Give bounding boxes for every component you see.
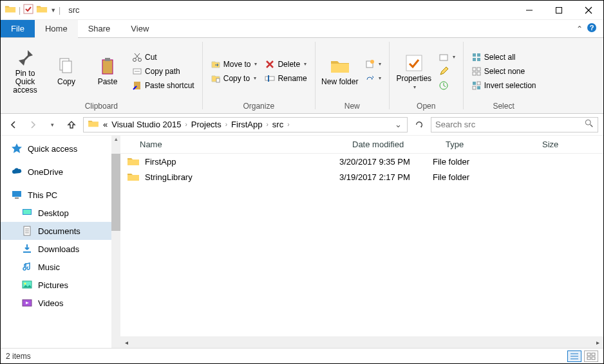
up-button[interactable]: [64, 117, 79, 132]
copy-path-button[interactable]: Copy path: [129, 65, 197, 78]
nav-downloads[interactable]: Downloads: [1, 240, 111, 258]
large-icons-view-button[interactable]: [584, 350, 598, 362]
file-row[interactable]: StringLibrary3/19/2017 2:17 PMFile folde…: [120, 169, 603, 185]
select-all-button[interactable]: Select all: [469, 51, 539, 64]
tab-share[interactable]: Share: [78, 20, 121, 37]
svg-rect-0: [24, 5, 33, 14]
crumb-firstapp[interactable]: FirstApp: [231, 120, 262, 129]
group-clipboard: Pin to Quick access Copy Paste Cut Copy …: [1, 38, 202, 113]
select-none-button[interactable]: Select none: [469, 65, 539, 78]
crumb-overflow[interactable]: «: [103, 120, 108, 129]
folder-icon: [127, 156, 140, 167]
nav-scrollbar[interactable]: ▴: [111, 136, 120, 348]
qat-separator: |: [59, 6, 61, 15]
move-to-button[interactable]: Move to▾: [208, 58, 260, 71]
back-button[interactable]: [6, 117, 21, 132]
rename-button[interactable]: Rename: [262, 72, 309, 85]
new-folder-button[interactable]: New folder: [321, 56, 359, 86]
crumb-visual-studio[interactable]: Visual Studio 2015: [111, 120, 181, 129]
nav-this-pc[interactable]: This PC: [1, 186, 111, 204]
quick-access-toolbar: | ▼ |: [1, 4, 64, 16]
refresh-button[interactable]: [411, 118, 427, 132]
col-size[interactable]: Size: [542, 140, 597, 149]
ribbon-tabs: File Home Share View ⌃ ?: [1, 20, 603, 38]
copy-button[interactable]: Copy: [47, 56, 86, 86]
paste-shortcut-button[interactable]: Paste shortcut: [129, 79, 197, 92]
edit-button[interactable]: [436, 65, 458, 78]
open-button[interactable]: ▾: [436, 51, 458, 64]
svg-rect-12: [216, 78, 220, 82]
folder-icon: [88, 119, 99, 130]
svg-rect-17: [440, 55, 448, 60]
forward-button[interactable]: [25, 117, 41, 132]
svg-point-15: [370, 60, 374, 64]
easy-access-button[interactable]: ▾: [362, 72, 384, 85]
recent-locations-button[interactable]: ▾: [44, 117, 60, 132]
delete-button[interactable]: Delete▾: [262, 58, 309, 71]
scroll-thumb[interactable]: [111, 154, 120, 231]
svg-rect-20: [477, 53, 480, 57]
horizontal-scrollbar[interactable]: ◂▸: [120, 336, 603, 348]
chevron-right-icon[interactable]: ›: [225, 121, 227, 128]
file-rows: FirstApp3/20/2017 9:35 PMFile folderStri…: [120, 154, 603, 336]
details-view-button[interactable]: [567, 350, 581, 362]
svg-rect-16: [406, 55, 422, 71]
svg-rect-13: [265, 77, 274, 80]
svg-rect-35: [23, 210, 31, 214]
new-item-button[interactable]: ▾: [362, 58, 384, 71]
address-breadcrumb[interactable]: « Visual Studio 2015› Projects› FirstApp…: [83, 117, 408, 132]
svg-rect-30: [477, 86, 480, 89]
svg-rect-33: [15, 197, 19, 199]
nav-onedrive[interactable]: OneDrive: [1, 163, 111, 181]
nav-documents[interactable]: Documents: [1, 222, 111, 240]
cut-button[interactable]: Cut: [129, 51, 197, 64]
svg-point-38: [24, 283, 26, 285]
minimize-button[interactable]: [514, 1, 544, 20]
chevron-right-icon[interactable]: ›: [185, 121, 187, 128]
invert-selection-button[interactable]: Invert selection: [469, 79, 539, 92]
paste-button[interactable]: Paste: [88, 56, 127, 86]
svg-rect-19: [473, 53, 476, 57]
tab-home[interactable]: Home: [35, 20, 78, 37]
file-date: 3/20/2017 9:35 PM: [339, 157, 433, 167]
collapse-ribbon-icon[interactable]: ⌃: [576, 24, 583, 33]
svg-rect-22: [477, 58, 480, 61]
nav-desktop[interactable]: Desktop: [1, 204, 111, 222]
file-row[interactable]: FirstApp3/20/2017 9:35 PMFile folder: [120, 154, 603, 169]
group-new: New folder ▾ ▾ New: [316, 38, 389, 113]
col-name[interactable]: Name: [140, 140, 352, 149]
address-dropdown[interactable]: ⌄: [393, 120, 403, 129]
folder-icon: [5, 4, 16, 16]
group-new-label: New: [316, 100, 389, 113]
copy-to-button[interactable]: Copy to▾: [208, 72, 260, 85]
nav-music[interactable]: Music: [1, 258, 111, 276]
history-button[interactable]: [436, 79, 458, 92]
search-box[interactable]: Search src: [431, 117, 598, 132]
properties-button[interactable]: Properties ▾: [395, 53, 433, 90]
col-type[interactable]: Type: [446, 140, 542, 149]
group-clipboard-label: Clipboard: [1, 100, 202, 113]
maximize-button[interactable]: [544, 1, 574, 20]
col-date[interactable]: Date modified: [352, 140, 446, 149]
chevron-right-icon[interactable]: ›: [266, 121, 268, 128]
crumb-src[interactable]: src: [272, 120, 283, 129]
group-open: Properties ▾ ▾ Open: [390, 38, 463, 113]
nav-pictures[interactable]: Pictures: [1, 276, 111, 294]
crumb-projects[interactable]: Projects: [191, 120, 222, 129]
window-title: src: [64, 5, 83, 15]
chevron-right-icon[interactable]: ›: [287, 121, 289, 128]
search-icon[interactable]: [585, 119, 594, 130]
close-button[interactable]: [574, 1, 603, 20]
svg-rect-25: [473, 72, 476, 75]
tab-file[interactable]: File: [1, 20, 35, 37]
properties-checkbox-icon[interactable]: [23, 4, 33, 16]
pin-to-quick-access-button[interactable]: Pin to Quick access: [6, 48, 44, 95]
svg-rect-27: [473, 82, 476, 85]
tab-view[interactable]: View: [120, 20, 159, 37]
svg-point-31: [585, 120, 590, 125]
group-open-label: Open: [390, 100, 463, 113]
qat-dropdown[interactable]: ▼: [50, 7, 56, 14]
nav-videos[interactable]: Videos: [1, 294, 111, 312]
help-icon[interactable]: ?: [587, 23, 597, 35]
nav-quick-access[interactable]: Quick access: [1, 140, 111, 158]
